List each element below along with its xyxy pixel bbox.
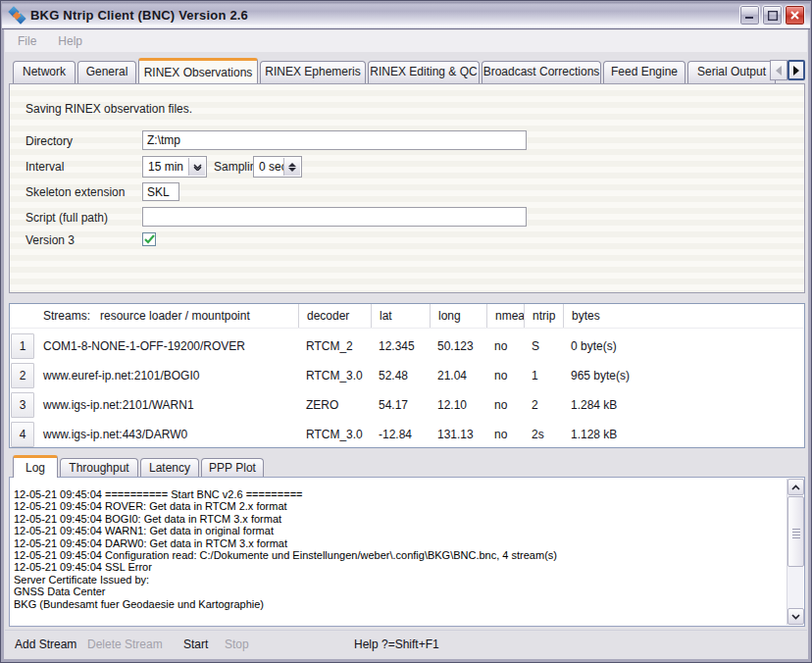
log-line: 12-05-21 09:45:04 WARN1: Get data in ori… [14, 525, 783, 536]
tab-serial-output[interactable]: Serial Output [687, 61, 776, 83]
maximize-button[interactable] [762, 5, 783, 26]
chevron-up-icon [791, 484, 800, 490]
interval-label: Interval [25, 160, 64, 174]
menu-bar: File Help [5, 30, 807, 53]
cell-mountpoint: www.igs-ip.net:2101/WARN1 [35, 390, 298, 420]
tab-ppp-plot[interactable]: PPP Plot [201, 458, 264, 478]
rinex-observations-pane: Saving RINEX observation files. Director… [9, 83, 805, 293]
stream-row-1[interactable]: 1 COM1-8-NONE-1-OFF-19200/ROVER RTCM_2 1… [10, 332, 804, 361]
check-icon [144, 234, 155, 244]
directory-input[interactable] [142, 130, 527, 150]
cell-mountpoint: COM1-8-NONE-1-OFF-19200/ROVER [35, 332, 298, 361]
header-ntrip: ntrip [524, 304, 563, 328]
row-number[interactable]: 1 [11, 333, 34, 359]
stop-button: Stop [225, 638, 249, 651]
help-shortcut-label: Help ?=Shift+F1 [354, 638, 439, 651]
cell-decoder: RTCM_3.0 [298, 420, 371, 449]
cell-decoder: RTCM_3.0 [298, 361, 371, 390]
tab-rinex-editing-qc[interactable]: RINEX Editing & QC [368, 61, 480, 83]
tab-latency[interactable]: Latency [140, 458, 199, 478]
header-mountpoint: Streams: resource loader / mountpoint [35, 304, 298, 328]
scroll-down-button[interactable] [787, 608, 804, 625]
stream-row-3[interactable]: 3 www.igs-ip.net:2101/WARN1 ZERO 54.17 1… [10, 390, 804, 420]
log-panel[interactable]: 12-05-21 09:45:04 ========== Start BNC v… [9, 477, 805, 627]
row-number[interactable]: 4 [11, 422, 34, 447]
cell-nmea: no [486, 420, 524, 449]
chevron-down-icon[interactable] [188, 158, 205, 176]
stream-row-4[interactable]: 4 www.igs-ip.net:443/DARW0 RTCM_3.0 -12.… [10, 420, 804, 449]
cell-nmea: no [486, 361, 524, 390]
tab-rinex-ephemeris[interactable]: RINEX Ephemeris [260, 61, 366, 83]
menu-help[interactable]: Help [49, 31, 91, 51]
version3-checkbox[interactable] [142, 232, 156, 246]
skeleton-extension-label: Skeleton extension [25, 185, 125, 199]
cell-ntrip: 1 [524, 361, 563, 390]
header-lat: lat [371, 304, 430, 328]
menu-file[interactable]: File [9, 31, 45, 51]
window-title: BKG Ntrip Client (BNC) Version 2.6 [30, 8, 248, 23]
row-number[interactable]: 3 [11, 392, 34, 418]
cell-ntrip: 2s [524, 420, 563, 449]
streams-table-header: Streams: resource loader / mountpoint de… [10, 304, 804, 329]
log-line: 12-05-21 09:45:04 DARW0: Get data in RTC… [14, 537, 783, 549]
cell-long: 50.123 [430, 332, 486, 361]
header-bytes: bytes [563, 304, 804, 328]
cell-long: 21.04 [430, 361, 486, 390]
tab-scroll-left-button [770, 60, 787, 80]
tab-throughput[interactable]: Throughput [60, 458, 138, 478]
spinner-arrows-icon[interactable] [283, 158, 300, 176]
scrollbar-thumb[interactable] [787, 496, 804, 567]
script-path-label: Script (full path) [25, 211, 108, 225]
chevron-right-icon [793, 66, 799, 76]
tab-rinex-observations[interactable]: RINEX Observations [138, 58, 258, 83]
script-path-input[interactable] [142, 207, 527, 227]
row-number[interactable]: 2 [11, 363, 34, 388]
delete-stream-button: Delete Stream [87, 638, 163, 651]
tab-broadcast-corrections[interactable]: Broadcast Corrections [482, 61, 601, 83]
cell-lat: 54.17 [371, 390, 430, 420]
interval-value: 15 min [148, 160, 183, 174]
cell-lat: 52.48 [371, 361, 430, 390]
tab-log[interactable]: Log [13, 455, 58, 478]
cell-bytes: 1.284 kB [563, 390, 804, 420]
tab-scroll-right-button[interactable] [787, 60, 805, 80]
interval-dropdown[interactable]: 15 min [142, 156, 207, 178]
cell-mountpoint: www.igs-ip.net:443/DARW0 [35, 420, 298, 449]
cell-bytes: 1.128 kB [563, 420, 804, 449]
skeleton-extension-input[interactable] [142, 182, 179, 201]
version3-label: Version 3 [25, 233, 75, 247]
start-button[interactable]: Start [183, 638, 208, 651]
action-bar: Add Stream Delete Stream Start Stop Help… [5, 630, 807, 658]
log-line: 12-05-21 09:45:04 SSL Error [14, 561, 783, 573]
tab-network[interactable]: Network [13, 61, 76, 83]
app-window: BKG Ntrip Client (BNC) Version 2.6 File … [0, 0, 812, 663]
log-line: 12-05-21 09:45:04 ========== Start BNC v… [14, 488, 783, 500]
cell-lat: -12.84 [371, 420, 430, 449]
title-bar[interactable]: BKG Ntrip Client (BNC) Version 2.6 [2, 2, 810, 29]
tab-general[interactable]: General [77, 61, 136, 83]
tab-feed-engine[interactable]: Feed Engine [603, 61, 685, 83]
log-scrollbar[interactable] [787, 479, 803, 625]
app-icon [9, 8, 26, 24]
header-nmea: nmea [486, 304, 524, 328]
log-line: 12-05-21 09:45:04 Configuration read: C:… [14, 549, 783, 561]
log-line: Server Certificate Issued by: [14, 574, 783, 586]
minimize-button[interactable] [739, 5, 760, 26]
log-line: BKG (Bundesamt fuer Geodaesie und Kartog… [14, 598, 783, 610]
streams-table: Streams: resource loader / mountpoint de… [9, 303, 805, 448]
log-line: 12-05-21 09:45:04 BOGI0: Get data in RTC… [14, 513, 783, 525]
scroll-up-button[interactable] [787, 479, 804, 495]
cell-ntrip: 2 [524, 390, 563, 420]
add-stream-button[interactable]: Add Stream [15, 638, 76, 651]
cell-decoder: RTCM_2 [298, 332, 371, 361]
cell-nmea: no [486, 390, 524, 420]
sampling-spinner[interactable]: 0 sec [253, 156, 302, 178]
close-button[interactable] [785, 5, 805, 26]
header-long: long [430, 304, 486, 328]
chevron-down-icon [791, 614, 800, 620]
cell-long: 12.10 [430, 390, 486, 420]
cell-lat: 12.345 [371, 332, 430, 361]
cell-bytes: 0 byte(s) [563, 332, 804, 361]
stream-row-2[interactable]: 2 www.euref-ip.net:2101/BOGI0 RTCM_3.0 5… [10, 361, 804, 390]
log-line: 12-05-21 09:45:04 ROVER: Get data in RTC… [14, 500, 783, 512]
